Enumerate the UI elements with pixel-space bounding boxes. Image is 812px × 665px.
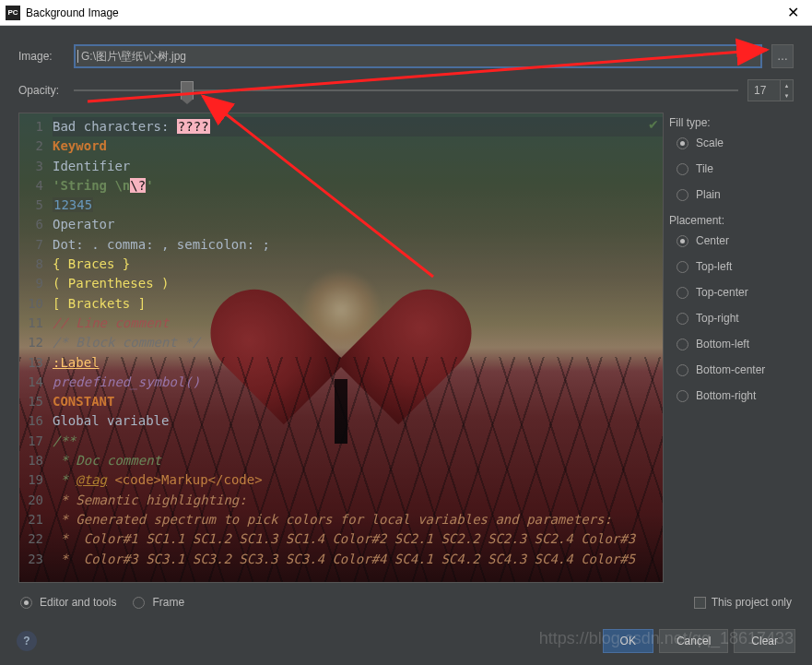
radio-place-bottom-right[interactable]: Bottom-right <box>677 389 794 402</box>
placement-title: Placement: <box>669 214 794 227</box>
radio-place-top-left[interactable]: Top-left <box>677 260 794 273</box>
radio-place-bottom-center[interactable]: Bottom-center <box>677 363 794 376</box>
preview-panel: ✔ 1234567891011121314151617181920212223 … <box>18 113 664 583</box>
radio-icon <box>677 235 688 247</box>
radio-icon <box>677 338 688 350</box>
checkbox-icon <box>694 597 706 609</box>
radio-icon <box>677 137 688 149</box>
fill-type-title: Fill type: <box>669 116 794 129</box>
window-title: Background Image <box>26 6 780 19</box>
radio-icon <box>677 163 688 175</box>
radio-editor-and-tools[interactable]: Editor and tools <box>20 596 116 609</box>
ok-button[interactable]: OK <box>603 629 653 653</box>
code-preview: 1234567891011121314151617181920212223 Ba… <box>19 113 663 582</box>
help-button[interactable]: ? <box>17 631 37 651</box>
radio-place-bottom-left[interactable]: Bottom-left <box>677 338 794 350</box>
radio-place-top-center[interactable]: Top-center <box>677 286 794 299</box>
radio-icon <box>677 261 688 273</box>
radio-icon <box>677 189 688 201</box>
gutter: 1234567891011121314151617181920212223 <box>19 117 49 582</box>
spinner-up[interactable]: ▲ <box>781 80 793 90</box>
image-path-value: G:\图片\壁纸\心树.jpg <box>81 49 186 65</box>
radio-fill-plain[interactable]: Plain <box>677 188 794 201</box>
image-label: Image: <box>18 50 65 63</box>
opacity-slider[interactable] <box>74 83 738 98</box>
chevron-down-icon[interactable] <box>740 49 755 64</box>
radio-icon <box>677 287 688 299</box>
radio-place-top-right[interactable]: Top-right <box>677 312 794 325</box>
app-icon: PC <box>6 6 20 20</box>
radio-fill-tile[interactable]: Tile <box>677 162 794 175</box>
radio-fill-scale[interactable]: Scale <box>677 137 794 149</box>
titlebar: PC Background Image ✕ <box>0 0 812 26</box>
browse-button[interactable]: … <box>771 44 794 68</box>
radio-place-center[interactable]: Center <box>677 234 794 247</box>
close-button[interactable]: ✕ <box>780 4 806 21</box>
radio-frame[interactable]: Frame <box>133 596 184 609</box>
side-panel: Fill type: ScaleTilePlain Placement: Cen… <box>669 113 794 583</box>
opacity-label: Opacity: <box>18 84 65 97</box>
cancel-button[interactable]: Cancel <box>659 629 728 653</box>
checkbox-project-only[interactable]: This project only <box>694 596 792 609</box>
radio-icon <box>677 390 688 402</box>
radio-icon <box>677 364 688 376</box>
radio-icon <box>20 597 32 609</box>
slider-thumb[interactable] <box>181 81 194 100</box>
radio-icon <box>677 313 688 325</box>
image-path-combo[interactable]: G:\图片\壁纸\心树.jpg <box>74 44 762 68</box>
clear-button[interactable]: Clear <box>734 629 795 653</box>
spinner-down[interactable]: ▼ <box>781 90 793 101</box>
radio-icon <box>133 597 145 609</box>
opacity-value-input[interactable]: 17 ▲ ▼ <box>747 79 794 101</box>
